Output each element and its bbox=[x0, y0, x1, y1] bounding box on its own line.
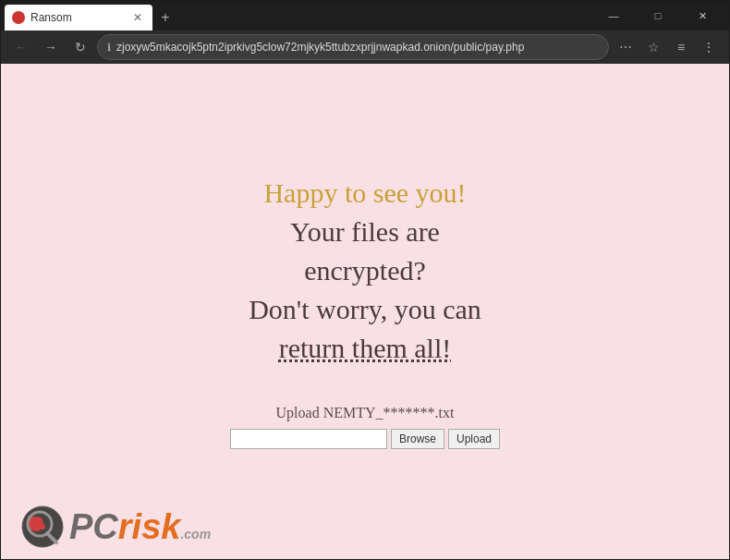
upload-section: Upload NEMTY_*******.txt Browse Upload bbox=[230, 405, 500, 449]
back-button[interactable]: ← bbox=[8, 34, 34, 60]
headline-line4: Don't worry, you can bbox=[249, 290, 481, 329]
upload-controls: Browse Upload bbox=[230, 429, 500, 449]
forward-button[interactable]: → bbox=[38, 34, 64, 60]
menu-button[interactable]: ⋯ bbox=[613, 34, 639, 60]
headline-line1: Happy to see you! bbox=[249, 174, 481, 213]
minimize-button[interactable]: — bbox=[592, 1, 635, 30]
upload-label: Upload NEMTY_*******.txt bbox=[276, 405, 455, 421]
url-text: zjoxyw5mkacojk5ptn2iprkivg5clow72mjkyk5t… bbox=[116, 41, 599, 54]
hub-button[interactable]: ≡ bbox=[668, 34, 694, 60]
more-button[interactable]: ⋮ bbox=[696, 34, 722, 60]
favorites-button[interactable]: ☆ bbox=[640, 34, 666, 60]
svg-point-3 bbox=[37, 517, 43, 523]
domain-text: .com bbox=[180, 527, 211, 542]
nav-tools: ⋯ ☆ ≡ ⋮ bbox=[613, 34, 722, 60]
tab-title: Ransom bbox=[30, 11, 125, 24]
address-bar[interactable]: ℹ zjoxyw5mkacojk5ptn2iprkivg5clow72mjkyk… bbox=[97, 34, 609, 60]
risk-text: risk bbox=[118, 507, 181, 546]
upload-button[interactable]: Upload bbox=[448, 429, 500, 449]
watermark: PCrisk.com bbox=[19, 504, 211, 550]
new-tab-button[interactable]: + bbox=[152, 5, 178, 30]
headline-line3: encrypted? bbox=[249, 251, 481, 290]
main-message: Happy to see you! Your files are encrypt… bbox=[249, 174, 481, 368]
pcrisk-text: PCrisk.com bbox=[69, 509, 211, 544]
nav-bar: ← → ↻ ℹ zjoxyw5mkacojk5ptn2iprkivg5clow7… bbox=[1, 30, 729, 64]
headline-line5: return them all! bbox=[249, 329, 481, 368]
page-content: Happy to see you! Your files are encrypt… bbox=[1, 64, 729, 559]
lock-icon: ℹ bbox=[107, 42, 111, 54]
active-tab[interactable]: Ransom ✕ bbox=[5, 5, 152, 30]
maximize-button[interactable]: □ bbox=[637, 1, 679, 30]
pc-text: PC bbox=[69, 507, 118, 546]
headline-line2: Your files are bbox=[249, 213, 481, 251]
tab-close-button[interactable]: ✕ bbox=[130, 10, 145, 25]
refresh-button[interactable]: ↻ bbox=[67, 34, 93, 60]
browse-button[interactable]: Browse bbox=[391, 429, 444, 449]
title-bar: Ransom ✕ + — □ ✕ bbox=[1, 1, 729, 30]
window-controls: — □ ✕ bbox=[587, 1, 729, 30]
tab-favicon bbox=[12, 11, 25, 24]
close-button[interactable]: ✕ bbox=[681, 1, 724, 30]
file-input[interactable] bbox=[230, 429, 387, 449]
tabs-area: Ransom ✕ + bbox=[1, 1, 587, 30]
browser-window: Ransom ✕ + — □ ✕ ← → ↻ ℹ zjoxyw5mkacojk5… bbox=[0, 0, 730, 560]
svg-point-4 bbox=[40, 524, 45, 530]
pcrisk-logo-icon bbox=[19, 504, 66, 550]
